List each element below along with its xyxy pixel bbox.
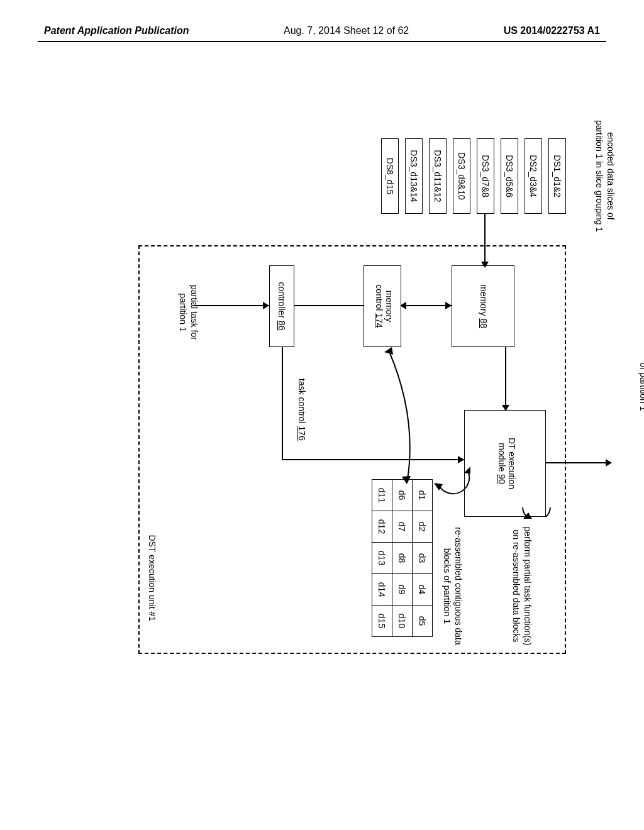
line-memctrl-controller	[294, 305, 364, 306]
cell: d13	[372, 543, 392, 574]
dst-label: DST execution unit #1	[147, 535, 157, 622]
slice-ds8: DS8_d15	[381, 138, 399, 214]
cell: d5	[413, 606, 433, 637]
memory-box: memory 88	[452, 265, 514, 347]
header-center: Aug. 7, 2014 Sheet 12 of 62	[284, 25, 409, 36]
dst-execution-unit: DST execution unit #1 memory 88 memoryco…	[138, 245, 566, 654]
page-header: Patent Application Publication Aug. 7, 2…	[0, 25, 644, 36]
slice-ds2: DS2_d3&4	[525, 138, 542, 214]
memory-control-box: memorycontrol 174	[364, 265, 401, 347]
dt-execution-box: DT executionmodule 90	[464, 410, 546, 517]
cell: d7	[392, 511, 413, 543]
arrow-taskctrl-v	[282, 459, 464, 460]
svg-marker-3	[384, 347, 393, 355]
dtexec-label: DT executionmodule 90	[497, 438, 517, 489]
cell: d14	[372, 574, 392, 606]
memory-label: memory 88	[479, 284, 489, 328]
slices-label: encoded data slices of partition 1 in sl…	[594, 119, 616, 233]
arrowhead-icon	[263, 302, 269, 309]
cell: d4	[413, 574, 433, 606]
svg-marker-1	[464, 467, 470, 474]
arrow-dtexec-result	[546, 462, 608, 463]
cell: d9	[392, 574, 413, 606]
arc-memctrl-grid-icon	[360, 347, 411, 485]
cell: d10	[392, 606, 413, 637]
arrow-partial-task-in	[194, 305, 269, 306]
partial-result-label: partial result(s) for group 1 of partiti…	[638, 333, 644, 440]
slice-ds6: DS3_d11&12	[429, 138, 447, 214]
arrowhead-icon	[606, 459, 612, 467]
diagram: encoded data slices of partition 1 in sl…	[13, 163, 629, 667]
task-control-label: task control 176	[297, 379, 307, 441]
slice-ds5: DS3_d9&10	[453, 138, 470, 214]
data-grid: d1 d2 d3 d4 d5 d6 d7 d8 d9 d10 d11 d12 d…	[372, 479, 433, 637]
cell: d1	[413, 480, 433, 511]
cell: d3	[413, 543, 433, 574]
memctrl-label: memorycontrol 174	[374, 284, 394, 328]
cell: d8	[392, 543, 413, 574]
slice-ds4: DS3_d7&8	[477, 138, 494, 214]
slice-ds3: DS3_d5&6	[501, 138, 518, 214]
reassembled-label: re-assembled contiguous data blocks of p…	[441, 523, 464, 649]
header-right: US 2014/0222753 A1	[504, 25, 600, 36]
controller-label: controller 86	[277, 282, 287, 330]
cell: d12	[372, 511, 392, 543]
header-rule	[38, 41, 606, 42]
cell: d15	[372, 606, 392, 637]
slice-ds1: DS1_d1&2	[548, 138, 566, 214]
arrow-mem-memctrl	[401, 305, 452, 306]
header-left: Patent Application Publication	[44, 25, 189, 36]
svg-marker-4	[402, 476, 411, 484]
perform-label: perform partial task function(s) on re-a…	[511, 526, 533, 646]
arrowhead-icon	[458, 456, 464, 463]
arrow-taskctrl-h	[282, 347, 283, 460]
cell: d2	[413, 511, 433, 543]
partial-task-input-label: partial task for partition 1	[177, 272, 200, 353]
slice-ds7: DS3_d13&14	[405, 138, 423, 214]
arrowhead-icon	[445, 302, 452, 309]
controller-box: controller 86	[269, 265, 294, 347]
arrow-memory-dtexec	[505, 347, 506, 410]
